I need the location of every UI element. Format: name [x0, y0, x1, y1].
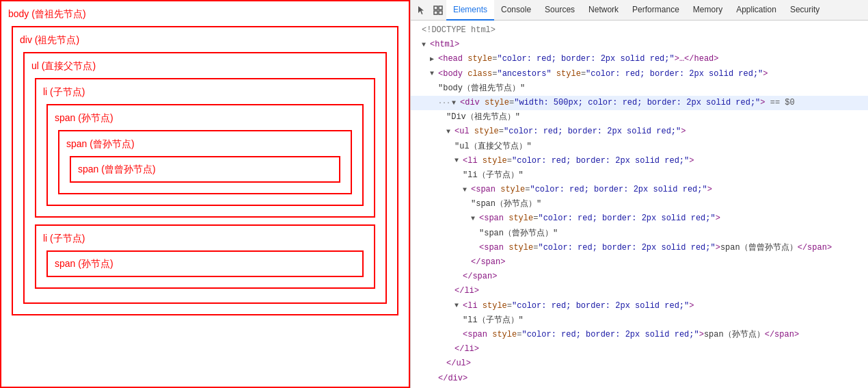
- triangle-span1[interactable]: [463, 185, 471, 196]
- code-span4-inline: <span style="color: red; border: 2px sol…: [411, 328, 868, 342]
- tab-memory[interactable]: Memory: [686, 0, 729, 21]
- triangle-li1[interactable]: [455, 155, 463, 166]
- cursor-icon[interactable]: [413, 0, 430, 21]
- code-ul-open: <ul style="color: red; border: 2px solid…: [411, 125, 868, 139]
- code-div-close: </div>: [411, 372, 868, 386]
- code-head: <head style="color: red; border: 2px sol…: [411, 52, 868, 66]
- span-ggg: span (曾曾孙节点): [70, 156, 340, 183]
- code-span1-text: "span（孙节点）": [411, 197, 868, 211]
- li-label-2: li (子节点): [43, 233, 367, 245]
- code-li1-text: "li（子节点）": [411, 168, 868, 183]
- right-panel: Elements Console Sources Network Perform…: [410, 0, 868, 388]
- ul-parent: ul (直接父节点) li (子节点) span (孙节点) span (曾孙节…: [23, 52, 387, 304]
- triangle-span2[interactable]: [471, 214, 479, 224]
- li-child-2: li (子节点) span (孙节点): [35, 224, 375, 289]
- triangle-ul[interactable]: [446, 127, 455, 138]
- code-span2-text: "span（曾孙节点）": [411, 227, 868, 241]
- code-div-open: ··· <div style="width: 500px; color: red…: [411, 96, 868, 110]
- triangle-li2[interactable]: [455, 300, 463, 311]
- svg-rect-1: [439, 6, 442, 10]
- body-label: body (曾祖先节点): [8, 8, 402, 21]
- devtools-content: <!DOCTYPE html> <html> <head style="colo…: [411, 21, 868, 388]
- li-label-1: li (子节点): [43, 86, 367, 99]
- span-grandchild-label-1: span (孙节点): [55, 112, 355, 125]
- li-child-1: li (子节点) span (孙节点) span (曾孙节点) span (曾曾…: [35, 78, 375, 218]
- tab-performance[interactable]: Performance: [625, 0, 686, 21]
- span-grandchild-label-2: span (孙节点): [55, 258, 113, 269]
- devtools-tabs: Elements Console Sources Network Perform…: [411, 0, 868, 21]
- tab-security[interactable]: Security: [783, 0, 826, 21]
- code-ul-text: "ul（直接父节点）": [411, 140, 868, 154]
- span-great-grandchild: span (曾孙节点) span (曾曾孙节点): [58, 130, 352, 194]
- svg-rect-2: [434, 11, 437, 14]
- triangle-body[interactable]: [430, 68, 438, 79]
- code-li1-close: </li>: [411, 284, 868, 298]
- code-doctype: <!DOCTYPE html>: [411, 23, 868, 38]
- span-ggg-label: span (曾曾孙节点): [78, 164, 156, 174]
- span-grandchild-1: span (孙节点) span (曾孙节点) span (曾曾孙节点): [46, 104, 364, 206]
- code-span1-open: <span style="color: red; border: 2px sol…: [411, 183, 868, 197]
- triangle-html[interactable]: [422, 40, 430, 51]
- triangle-head[interactable]: [430, 54, 438, 65]
- div-ancestor-label: div (祖先节点): [20, 34, 390, 47]
- tab-console[interactable]: Console: [494, 0, 538, 21]
- code-span3-inline: <span style="color: red; border: 2px sol…: [411, 241, 868, 255]
- span-great-grandchild-label: span (曾孙节点): [66, 138, 344, 151]
- code-ul-close: </ul>: [411, 357, 868, 371]
- code-li2-close: </li>: [411, 342, 868, 357]
- svg-rect-0: [434, 6, 437, 10]
- line-marker: ···: [438, 98, 452, 109]
- triangle-div[interactable]: [452, 98, 460, 109]
- span-grandchild-2: span (孙节点): [46, 250, 364, 277]
- code-div-text: "Div（祖先节点）": [411, 110, 868, 125]
- div-ancestor: div (祖先节点) ul (直接父节点) li (子节点) span (孙节点…: [12, 26, 398, 315]
- tab-sources[interactable]: Sources: [538, 0, 582, 21]
- ul-label: ul (直接父节点): [31, 60, 379, 73]
- tab-network[interactable]: Network: [582, 0, 625, 21]
- tab-application[interactable]: Application: [729, 0, 783, 21]
- code-span2-open: <span style="color: red; border: 2px sol…: [411, 211, 868, 226]
- code-body-open: <body class="ancestors" style="color: re…: [411, 67, 868, 81]
- tab-elements[interactable]: Elements: [446, 0, 494, 21]
- inspect-icon[interactable]: [430, 0, 446, 21]
- left-panel: body (曾祖先节点) div (祖先节点) ul (直接父节点) li (子…: [0, 0, 410, 388]
- code-li1-open: <li style="color: red; border: 2px solid…: [411, 154, 868, 168]
- code-li2-open: <li style="color: red; border: 2px solid…: [411, 299, 868, 313]
- code-li2-text: "li（子节点）": [411, 313, 868, 328]
- svg-rect-3: [439, 11, 442, 14]
- code-html-open: <html>: [411, 38, 868, 52]
- code-body-text: "body（曾祖先节点）": [411, 81, 868, 96]
- code-span1-close: </span>: [411, 270, 868, 284]
- code-span2-close: </span>: [411, 255, 868, 270]
